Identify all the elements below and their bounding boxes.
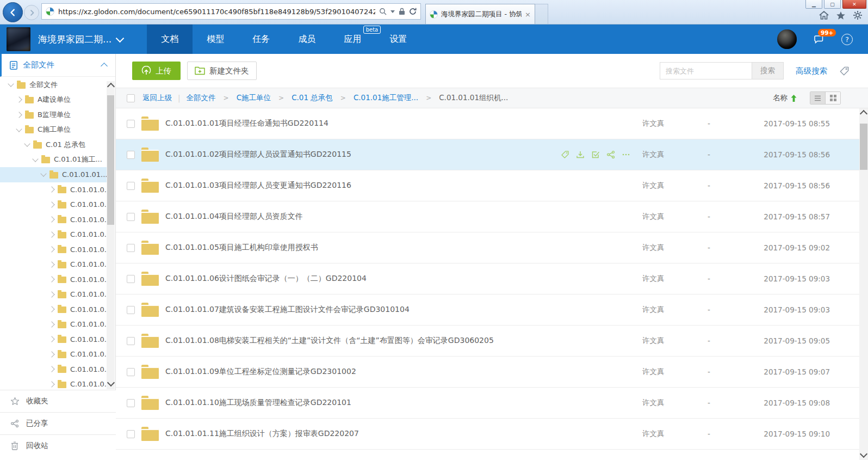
tree-item[interactable]: 全部文件	[0, 77, 107, 93]
chevron-up-icon[interactable]	[101, 63, 108, 70]
tree-item[interactable]: C.01.01.0...	[0, 332, 107, 347]
file-name[interactable]: C.01.01.01.10施工现场质量管理检查记录GD220101	[165, 398, 561, 408]
search-button[interactable]: 搜索	[752, 62, 784, 79]
scrollbar-thumb[interactable]	[860, 124, 867, 170]
row-checkbox[interactable]	[127, 337, 135, 345]
sort-control[interactable]: 名称	[773, 93, 797, 103]
select-all-checkbox[interactable]	[127, 94, 135, 102]
file-name[interactable]: C.01.01.01.05项目施工机构印章使用授权书	[165, 243, 561, 253]
breadcrumb-back[interactable]: 返回上级	[142, 93, 172, 103]
approve-icon[interactable]	[591, 150, 600, 159]
scroll-up-icon[interactable]	[860, 110, 867, 118]
upload-button[interactable]: 上传	[132, 62, 181, 80]
chevron-down-icon[interactable]	[40, 171, 46, 177]
file-row[interactable]: C.01.01.01.11施工组织设计（方案）报审表GD220207许文真-20…	[116, 419, 868, 450]
file-row[interactable]: C.01.01.01.05项目施工机构印章使用授权书许文真-2017-09-15…	[116, 232, 868, 263]
row-checkbox[interactable]	[127, 151, 135, 159]
file-row[interactable]: C.01.01.01.04项目经理部人员资质文件许文真-2017-09-15 0…	[116, 201, 868, 232]
file-row[interactable]: C.01.01.01.06设计图纸会审记录（一）（二）GD220104许文真-2…	[116, 263, 868, 295]
file-name[interactable]: C.01.01.01.07建筑设备安装工程施工图设计文件会审记录GD301010…	[165, 305, 561, 315]
file-name[interactable]: C.01.01.01.08电梯安装工程相关的“土建”设计文件（含“土建”布置图等…	[165, 336, 561, 346]
row-checkbox[interactable]	[127, 120, 135, 128]
file-row[interactable]: C.01.01.01.08电梯安装工程相关的“土建”设计文件（含“土建”布置图等…	[116, 326, 868, 357]
row-checkbox[interactable]	[127, 430, 135, 438]
tree-item[interactable]: C.01.01.0...	[0, 272, 107, 287]
tag-icon[interactable]	[561, 150, 569, 159]
tree-item[interactable]: A建设单位	[0, 93, 107, 108]
list-view-button[interactable]	[810, 92, 825, 104]
row-checkbox[interactable]	[127, 182, 135, 190]
notification-button[interactable]: 99+	[813, 34, 825, 44]
chevron-right-icon[interactable]	[48, 187, 54, 193]
file-name[interactable]: C.01.01.01.03项目经理部人员变更通知书GD220116	[165, 181, 561, 191]
download-icon[interactable]	[576, 150, 585, 159]
chevron-right-icon[interactable]	[48, 261, 54, 267]
chevron-down-icon[interactable]	[16, 126, 22, 132]
list-scrollbar[interactable]	[859, 108, 868, 460]
tree-item[interactable]: C.01.01.0...	[0, 302, 107, 317]
sidebar-header-all-files[interactable]: 全部文件	[0, 54, 115, 77]
scroll-down-icon[interactable]	[107, 379, 115, 387]
grid-view-button[interactable]	[825, 92, 840, 104]
row-checkbox[interactable]	[127, 213, 135, 221]
chevron-right-icon[interactable]	[48, 291, 54, 297]
tree-item[interactable]: C.01.01.0...	[0, 227, 107, 242]
browser-tab[interactable]: 海境界家园二期项目 - 协筑 ×	[425, 4, 535, 24]
chevron-right-icon[interactable]	[48, 277, 54, 283]
nav-item-0[interactable]: 文档	[147, 24, 193, 54]
tree-item[interactable]: C.01.01.0...	[0, 377, 107, 391]
sidebar-item-recycle[interactable]: 回收站	[0, 434, 116, 457]
nav-item-2[interactable]: 任务	[238, 24, 284, 54]
row-checkbox[interactable]	[127, 306, 135, 314]
tree-item[interactable]: C.01.01.0...	[0, 182, 107, 198]
tree-item[interactable]: C.01.01.0...	[0, 362, 107, 377]
close-icon[interactable]: ✕	[842, 0, 866, 9]
caret-down-icon[interactable]	[390, 10, 395, 13]
tree-item[interactable]: C.01.01.0...	[0, 197, 107, 212]
new-tab-stub[interactable]	[535, 4, 548, 24]
tree-item[interactable]: C.01.01.0...	[0, 242, 107, 257]
refresh-icon[interactable]	[409, 8, 417, 15]
back-button[interactable]	[3, 2, 23, 22]
file-name[interactable]: C.01.01.01.02项目经理部人员设置通知书GD220115	[165, 150, 561, 160]
nav-item-1[interactable]: 模型	[193, 24, 238, 54]
sidebar-scrollbar[interactable]	[107, 81, 115, 389]
chevron-right-icon[interactable]	[48, 217, 54, 223]
row-checkbox[interactable]	[127, 275, 135, 283]
chevron-right-icon[interactable]	[48, 381, 54, 387]
file-name[interactable]: C.01.01.01.11施工组织设计（方案）报审表GD220207	[165, 429, 561, 439]
row-checkbox[interactable]	[127, 368, 135, 376]
tree-item[interactable]: C.01.01.0...	[0, 212, 107, 228]
help-icon[interactable]: ?	[841, 34, 853, 45]
tag-icon[interactable]	[839, 66, 850, 76]
chevron-right-icon[interactable]	[16, 112, 22, 118]
chevron-right-icon[interactable]	[48, 231, 54, 237]
tree-item[interactable]: C.01.01.0...	[0, 287, 107, 302]
file-name[interactable]: C.01.01.01.06设计图纸会审记录（一）（二）GD220104	[165, 274, 561, 284]
forward-button[interactable]	[24, 5, 39, 20]
chevron-right-icon[interactable]	[48, 336, 54, 342]
file-row[interactable]: C.01.01.01.02项目经理部人员设置通知书GD220115许文真-201…	[116, 139, 868, 170]
scroll-up-icon[interactable]	[107, 83, 115, 90]
scroll-down-icon[interactable]	[860, 450, 867, 458]
file-name[interactable]: C.01.01.01.09单位工程坐标定位测量记录GD2301002	[165, 367, 561, 377]
home-icon[interactable]	[819, 11, 829, 20]
chevron-down-icon[interactable]	[8, 81, 14, 87]
tree-item[interactable]: B监理单位	[0, 107, 107, 122]
file-row[interactable]: C.01.01.01.01项目经理任命通知书GD220114许文真-2017-0…	[116, 108, 868, 139]
file-name[interactable]: C.01.01.01.01项目经理任命通知书GD220114	[165, 119, 561, 128]
favorites-star-icon[interactable]	[836, 11, 846, 20]
chevron-down-icon[interactable]	[24, 141, 30, 147]
nav-item-4[interactable]: 应用beta	[330, 24, 375, 54]
tree-item[interactable]: C.01.01.0...	[0, 317, 107, 332]
share-icon[interactable]	[606, 150, 615, 159]
search-icon[interactable]	[379, 8, 387, 15]
file-name[interactable]: C.01.01.01.04项目经理部人员资质文件	[165, 212, 561, 222]
maximize-icon[interactable]: ▢	[824, 0, 841, 9]
project-selector[interactable]: 海境界家园二期...	[0, 24, 123, 54]
settings-gear-icon[interactable]	[853, 10, 863, 20]
breadcrumb-link[interactable]: C.01 总承包	[292, 93, 333, 103]
advanced-search-link[interactable]: 高级搜索	[796, 66, 827, 76]
chevron-right-icon[interactable]	[48, 201, 54, 207]
tree-item[interactable]: C.01.01.0...	[0, 347, 107, 362]
